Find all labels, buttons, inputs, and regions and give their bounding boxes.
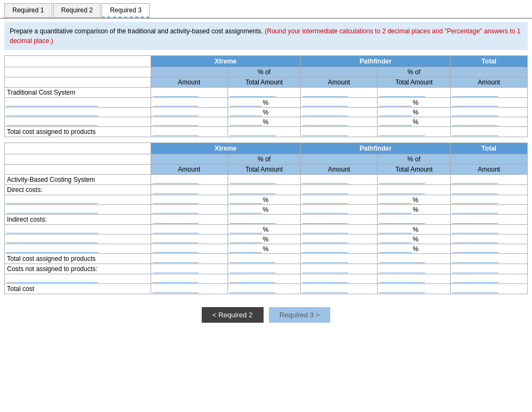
abc-dir-lbl-1[interactable] [153, 186, 198, 194]
abc-tc-amt1[interactable] [153, 285, 198, 293]
abc-cn-amt3[interactable] [452, 265, 498, 273]
tab-required1[interactable]: Required 1 [4, 3, 52, 18]
abc-ind-r3-pct1[interactable] [230, 245, 262, 253]
trad-r1-pct2[interactable] [379, 98, 412, 106]
abc-ind-r1-amt2[interactable] [302, 225, 348, 233]
abc-cn-d-amt3[interactable] [452, 275, 498, 283]
abc-ind-r3-pct2[interactable] [379, 245, 412, 253]
abc-tc-pct2[interactable] [379, 285, 425, 293]
trad-r2-amt3[interactable] [452, 108, 498, 116]
trad-r2-pct1[interactable] [230, 108, 262, 116]
tab-required2[interactable]: Required 2 [53, 3, 101, 18]
abc-ind-r1-amt1[interactable] [153, 225, 198, 233]
trad-r2-pct2[interactable] [379, 108, 412, 116]
trad-input-1-2[interactable] [230, 89, 275, 97]
abc-dir-r2-amt3[interactable] [452, 205, 498, 214]
abc-total-amt2[interactable] [302, 255, 348, 263]
trad-label-r2[interactable] [6, 108, 98, 116]
abc-dir-r1-amt2[interactable] [302, 196, 348, 204]
trad-r3-amt3[interactable] [452, 118, 498, 126]
abc-ind-r3-amt3[interactable] [452, 245, 498, 253]
trad-r1-amt3[interactable] [452, 98, 498, 106]
abc-cn-d-pct1[interactable] [230, 275, 275, 283]
abc-cn-pct1[interactable] [230, 265, 275, 273]
trad-total-amt2[interactable] [302, 128, 348, 136]
abc-dir-lbl-5[interactable] [452, 186, 498, 194]
abc-ind-r1-amt3[interactable] [452, 225, 498, 233]
abc-sys-1-1[interactable] [153, 176, 198, 184]
abc-total-amt1[interactable] [153, 255, 198, 263]
abc-ind-r1-lbl[interactable] [6, 225, 98, 233]
trad-input-1-4[interactable] [379, 89, 425, 97]
abc-ind-r1-pct2[interactable] [379, 225, 412, 233]
abc-cn-d-amt1[interactable] [153, 275, 198, 283]
abc-dir-r2-amt1[interactable] [153, 205, 198, 214]
abc-sys-1-5[interactable] [452, 176, 498, 184]
abc-ind-r3-lbl[interactable] [6, 245, 98, 253]
abc-dir-r2-pct1[interactable] [230, 205, 262, 214]
abc-ind-lbl-3[interactable] [302, 216, 348, 224]
trad-r3-pct1[interactable] [230, 118, 262, 126]
abc-cn-detail-lbl[interactable] [6, 275, 98, 283]
abc-sys-1-2[interactable] [230, 176, 275, 184]
abc-tc-amt3[interactable] [452, 285, 498, 293]
abc-cn-amt1[interactable] [153, 265, 198, 273]
trad-r1-amt2[interactable] [302, 98, 348, 106]
abc-ind-r3-amt2[interactable] [302, 245, 348, 253]
abc-cn-pct2[interactable] [379, 265, 425, 273]
trad-r1-amt1[interactable] [153, 98, 198, 106]
abc-ind-r1-pct1[interactable] [230, 225, 262, 233]
abc-ind-r3-amt1[interactable] [153, 245, 198, 253]
trad-label-r1[interactable] [6, 98, 98, 106]
abc-sys-1-4[interactable] [379, 176, 425, 184]
abc-dir-lbl-4[interactable] [379, 186, 425, 194]
trad-r1-pct1[interactable] [230, 98, 262, 106]
trad-input-1-1[interactable] [153, 89, 198, 97]
abc-ind-lbl-2[interactable] [230, 216, 275, 224]
trad-r3-amt2[interactable] [302, 118, 348, 126]
abc-dir-lbl-3[interactable] [302, 186, 348, 194]
abc-sys-1-3[interactable] [302, 176, 348, 184]
prev-button[interactable]: < Required 2 [202, 307, 264, 323]
trad-r3-pct2[interactable] [379, 118, 412, 126]
abc-total-pct1[interactable] [230, 255, 275, 263]
trad-total-amt1[interactable] [153, 128, 198, 136]
main-content: Xtreme Pathfinder Total % of % of Amount… [0, 53, 532, 302]
trad-input-1-5[interactable] [452, 89, 498, 97]
abc-cn-d-amt2[interactable] [302, 275, 348, 283]
trad-total-pct2[interactable] [379, 128, 425, 136]
abc-cn-amt2[interactable] [302, 265, 348, 273]
abc-ind-lbl-4[interactable] [379, 216, 425, 224]
abc-dir-lbl-2[interactable] [230, 186, 275, 194]
abc-tc-amt2[interactable] [302, 285, 348, 293]
trad-label-r3[interactable] [6, 118, 98, 126]
abc-total-pct2[interactable] [379, 255, 425, 263]
abc-dir-r2-lbl[interactable] [6, 205, 98, 214]
abc-ind-r2-pct1[interactable] [230, 235, 262, 243]
trad-r3-amt1[interactable] [153, 118, 198, 126]
abc-dir-r1-amt1[interactable] [153, 196, 198, 204]
abc-dir-r1-lbl[interactable] [6, 196, 98, 204]
abc-ind-r2-pct2[interactable] [379, 235, 412, 243]
abc-dir-r2-pct2[interactable] [379, 205, 412, 214]
abc-ind-r2-amt2[interactable] [302, 235, 348, 243]
abc-dir-r1-amt3[interactable] [452, 196, 498, 204]
trad-total-amt3[interactable] [452, 128, 498, 136]
abc-tc-pct1[interactable] [230, 285, 275, 293]
abc-ind-r2-amt3[interactable] [452, 235, 498, 243]
abc-dir-r1-pct1[interactable] [230, 196, 262, 204]
trad-r2-amt1[interactable] [153, 108, 198, 116]
abc-dir-r2-amt2[interactable] [302, 205, 348, 214]
abc-ind-lbl-5[interactable] [452, 216, 498, 224]
abc-cn-d-pct2[interactable] [379, 275, 425, 283]
abc-ind-lbl-1[interactable] [153, 216, 198, 224]
next-button[interactable]: Required 3 > [269, 307, 331, 323]
abc-ind-r2-lbl[interactable] [6, 235, 98, 243]
abc-total-amt3[interactable] [452, 255, 498, 263]
tab-required3[interactable]: Required 3 [102, 3, 150, 18]
abc-dir-r1-pct2[interactable] [379, 196, 412, 204]
trad-r2-amt2[interactable] [302, 108, 348, 116]
trad-input-1-3[interactable] [302, 89, 348, 97]
trad-total-pct1[interactable] [230, 128, 275, 136]
abc-ind-r2-amt1[interactable] [153, 235, 198, 243]
